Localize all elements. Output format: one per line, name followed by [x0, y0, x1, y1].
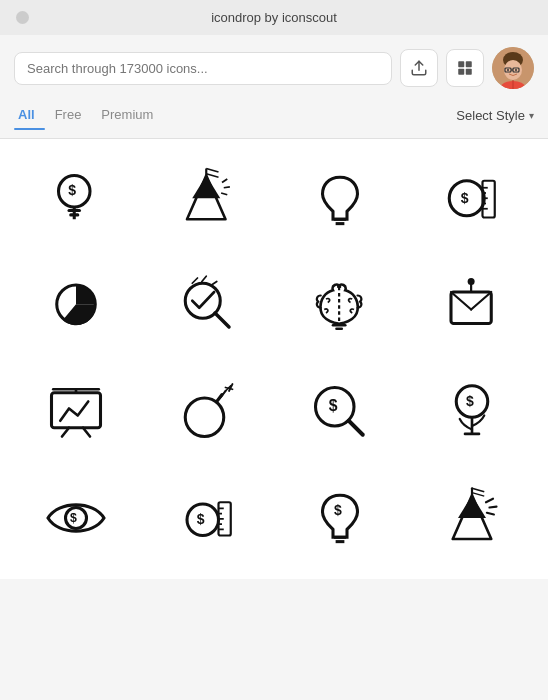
svg-line-89	[472, 493, 484, 497]
svg-line-40	[215, 313, 229, 327]
icon-dollar-magnifier[interactable]: $	[274, 359, 406, 465]
icon-dollar-coin-ruler[interactable]: $	[406, 147, 538, 253]
svg-point-12	[515, 69, 517, 71]
envelope-flag-svg	[437, 271, 507, 341]
select-style-button[interactable]: Select Style ▾	[456, 108, 534, 123]
window-close-dot[interactable]	[16, 11, 29, 24]
icon-lightbulb-outline[interactable]	[274, 147, 406, 253]
dollar-plant-svg: $	[437, 377, 507, 447]
dollar-lightbulb-2-svg: $	[305, 483, 375, 553]
grid-view-button[interactable]	[446, 49, 484, 87]
presentation-chart-svg	[41, 377, 111, 447]
search-area	[0, 35, 548, 101]
user-avatar[interactable]	[492, 47, 534, 89]
icon-envelope-flag[interactable]	[406, 253, 538, 359]
svg-line-41	[192, 278, 197, 283]
icon-dollar-coin-ruler-2[interactable]: $	[142, 465, 274, 571]
svg-text:$: $	[466, 393, 474, 409]
svg-rect-52	[52, 393, 101, 428]
dollar-coin-ruler-svg: $	[437, 165, 507, 235]
svg-line-25	[222, 179, 227, 183]
icon-chart-magnifier[interactable]	[142, 253, 274, 359]
upload-button[interactable]	[400, 49, 438, 87]
tab-free[interactable]: Free	[45, 101, 92, 130]
icon-eye-dollar[interactable]: $	[10, 465, 142, 571]
filter-bar: All Free Premium Select Style ▾	[0, 101, 548, 139]
svg-line-27	[221, 193, 227, 195]
tab-all[interactable]: All	[14, 101, 45, 130]
tab-premium[interactable]: Premium	[91, 101, 163, 130]
lightbulb-outline-svg	[305, 165, 375, 235]
svg-line-88	[472, 488, 484, 492]
svg-point-57	[185, 398, 224, 437]
brain-svg	[305, 271, 375, 341]
svg-text:$: $	[197, 511, 205, 527]
svg-line-49	[471, 292, 491, 310]
mountain-bell-svg	[437, 483, 507, 553]
icon-bomb[interactable]	[142, 359, 274, 465]
mountain-svg	[173, 165, 243, 235]
upload-icon	[410, 59, 428, 77]
svg-line-84	[486, 499, 493, 503]
svg-text:$: $	[334, 502, 342, 518]
svg-marker-83	[458, 495, 486, 518]
icon-mountain-bell[interactable]	[406, 465, 538, 571]
select-style-label: Select Style	[456, 108, 525, 123]
svg-line-86	[487, 513, 494, 515]
svg-line-26	[224, 187, 230, 188]
icon-dollar-lightbulb[interactable]: $	[10, 147, 142, 253]
svg-rect-1	[458, 61, 464, 67]
search-input[interactable]	[27, 61, 379, 76]
svg-line-85	[490, 507, 497, 508]
dollar-coin-ruler-2-svg: $	[173, 483, 243, 553]
svg-line-42	[202, 276, 206, 281]
icon-brain[interactable]	[274, 253, 406, 359]
search-wrapper	[14, 52, 392, 85]
svg-marker-21	[192, 176, 220, 199]
svg-line-63	[349, 421, 363, 435]
grid-icon	[456, 59, 474, 77]
svg-line-48	[451, 292, 471, 310]
dollar-lightbulb-svg: $	[41, 165, 111, 235]
pie-chart-svg	[41, 271, 111, 341]
chart-magnifier-svg	[173, 271, 243, 341]
icon-presentation-chart[interactable]	[10, 359, 142, 465]
icon-dollar-plant[interactable]: $	[406, 359, 538, 465]
svg-line-23	[206, 169, 218, 173]
app-title: icondrop by iconscout	[211, 10, 337, 25]
icon-dollar-lightbulb-2[interactable]: $	[274, 465, 406, 571]
avatar-image	[492, 47, 534, 89]
svg-rect-2	[466, 61, 472, 67]
svg-text:$: $	[70, 511, 77, 525]
svg-text:$: $	[68, 182, 76, 198]
chevron-down-icon: ▾	[529, 110, 534, 121]
icon-mountain[interactable]	[142, 147, 274, 253]
icon-grid: $	[0, 139, 548, 579]
svg-point-11	[507, 69, 509, 71]
svg-rect-4	[466, 69, 472, 75]
title-bar: icondrop by iconscout	[0, 0, 548, 35]
svg-text:$: $	[461, 190, 469, 206]
dollar-magnifier-svg: $	[305, 377, 375, 447]
svg-line-43	[212, 282, 217, 286]
main-content: $	[0, 139, 548, 579]
eye-dollar-svg: $	[41, 483, 111, 553]
svg-text:$: $	[329, 397, 338, 414]
svg-rect-3	[458, 69, 464, 75]
icon-pie-chart[interactable]	[10, 253, 142, 359]
svg-point-51	[468, 278, 475, 285]
bomb-svg	[173, 377, 243, 447]
